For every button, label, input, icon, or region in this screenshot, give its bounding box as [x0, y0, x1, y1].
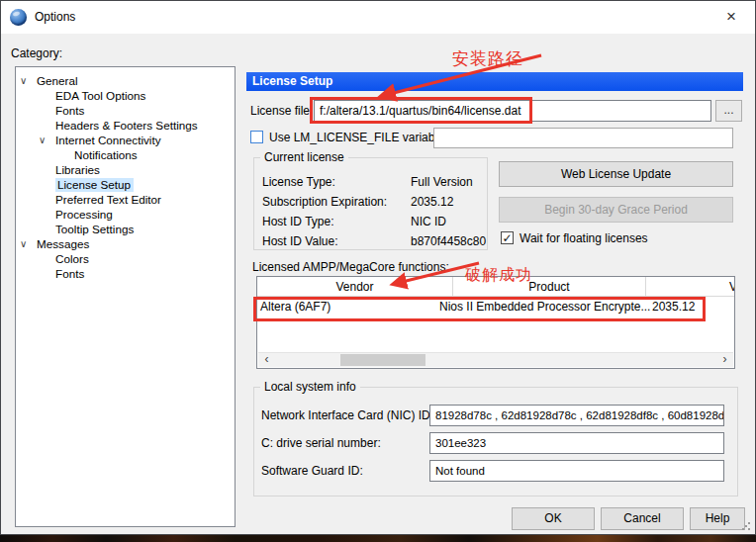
tree-item-general[interactable]: ∨General — [16, 73, 235, 88]
field-value-box[interactable]: Not found — [429, 460, 724, 482]
annotation-crack-success: 破解成功 — [465, 265, 532, 286]
category-label: Category: — [11, 46, 62, 60]
tree-item-tooltip-settings[interactable]: Tooltip Settings — [16, 222, 235, 236]
column-header-text: V — [729, 277, 734, 296]
lm-license-checkbox[interactable] — [250, 131, 263, 143]
field-label: Software Guard ID: — [261, 464, 429, 478]
field-label: Network Interface Card (NIC) ID: — [261, 408, 429, 422]
field-label: Host ID Type: — [262, 212, 411, 231]
current-license-row: License Type:Full Version — [254, 172, 487, 192]
ok-button[interactable]: OK — [512, 507, 595, 530]
quartus-app-icon — [10, 9, 27, 26]
tree-item-label: Fonts — [55, 267, 84, 280]
tree-item-messages[interactable]: ∨Messages — [16, 236, 235, 251]
local-info-row: C: drive serial number:301ee323 — [254, 429, 737, 457]
field-label: Host ID Value: — [262, 231, 411, 251]
tree-item-label: Headers & Footers Settings — [55, 119, 198, 132]
annotation-install-path: 安装路径 — [452, 47, 523, 70]
field-value: Full Version — [411, 172, 473, 192]
checkmark-icon: ✓ — [502, 231, 512, 245]
tree-item-processing[interactable]: Processing — [16, 207, 235, 222]
title-bar: Options × — [1, 1, 755, 34]
tree-item-label: Internet Connectivity — [55, 134, 161, 146]
tree-item-label: Libraries — [55, 163, 100, 176]
tree-item-label: Processing — [55, 208, 113, 221]
lm-license-label: Use LM_LICENSE_FILE variable: — [269, 131, 447, 144]
scrollbar-thumb[interactable] — [340, 354, 425, 366]
field-value: NIC ID — [411, 212, 446, 231]
horizontal-scrollbar[interactable]: ‹ › — [258, 352, 733, 367]
tree-item-libraries[interactable]: Libraries — [16, 162, 235, 177]
field-value: 2035.12 — [411, 192, 453, 212]
column-header-v[interactable]: V — [645, 277, 734, 296]
field-label: C: drive serial number: — [261, 436, 429, 450]
tree-item-license-setup[interactable]: License Setup — [16, 177, 235, 192]
current-license-row: Host ID Type:NIC ID — [254, 212, 487, 231]
grace-period-button: Begin 30-day Grace Period — [499, 197, 733, 223]
tree-item-notifications[interactable]: Notifications — [16, 147, 235, 162]
field-value-box[interactable]: 301ee323 — [429, 432, 724, 454]
tree-item-label: Messages — [37, 237, 89, 250]
tree-item-label: Fonts — [55, 104, 84, 117]
tree-item-internet-connectivity[interactable]: ∨Internet Connectivity — [16, 133, 235, 147]
cancel-button[interactable]: Cancel — [601, 507, 684, 530]
tree-item-label: License Setup — [55, 178, 134, 192]
functions-label: Licensed AMPP/MegaCore functions: — [252, 260, 449, 274]
help-button[interactable]: Help — [690, 507, 745, 530]
local-info-row: Network Interface Card (NIC) ID:81928d78… — [254, 402, 737, 429]
wait-floating-label: Wait for floating licenses — [520, 231, 648, 245]
tree-item-label: Tooltip Settings — [55, 223, 134, 235]
tree-item-fonts[interactable]: Fonts — [16, 103, 235, 118]
tree-item-label: Colors — [55, 252, 89, 265]
chevron-down-icon[interactable]: ∨ — [20, 236, 37, 251]
category-tree[interactable]: ∨GeneralEDA Tool OptionsFontsHeaders & F… — [15, 66, 236, 527]
current-license-row: Host ID Value:b870f4458c80 — [254, 231, 487, 251]
tree-item-headers-footers-settings[interactable]: Headers & Footers Settings — [16, 118, 235, 133]
page-title: License Setup — [246, 72, 743, 91]
annotation-box-license-row — [253, 297, 706, 321]
annotation-box-license-path — [310, 97, 532, 124]
field-label: License Type: — [262, 172, 411, 192]
desktop-wallpaper-strip — [0, 534, 756, 542]
current-license-row: Subscription Expiration:2035.12 — [254, 192, 487, 212]
field-label: Subscription Expiration: — [262, 192, 411, 212]
wait-floating-checkbox[interactable]: ✓ — [501, 231, 514, 244]
tree-item-fonts[interactable]: Fonts — [16, 266, 235, 281]
tree-item-eda-tool-options[interactable]: EDA Tool Options — [16, 88, 235, 103]
chevron-down-icon[interactable]: ∨ — [39, 133, 55, 147]
web-license-update-button[interactable]: Web License Update — [499, 161, 733, 187]
lm-license-input[interactable] — [433, 128, 733, 148]
tree-item-label: General — [37, 74, 78, 87]
local-system-info-rows: Network Interface Card (NIC) ID:81928d78… — [254, 388, 737, 485]
close-icon[interactable]: × — [719, 5, 743, 29]
options-dialog: Options × Category: ∨GeneralEDA Tool Opt… — [0, 0, 756, 535]
local-system-info-group: Local system info Network Interface Card… — [253, 387, 738, 497]
tree-item-label: EDA Tool Options — [55, 89, 145, 102]
current-license-rows: License Type:Full VersionSubscription Ex… — [254, 158, 487, 251]
functions-table[interactable]: VendorProductV Altera (6AF7)Nios II Embe… — [256, 276, 735, 369]
chevron-down-icon[interactable]: ∨ — [20, 73, 37, 88]
license-file-label: License file: — [250, 104, 313, 118]
tree-item-label: Preferred Text Editor — [55, 193, 161, 206]
tree-item-preferred-text-editor[interactable]: Preferred Text Editor — [16, 192, 235, 207]
local-info-row: Software Guard ID:Not found — [254, 457, 737, 485]
tree-item-colors[interactable]: Colors — [16, 251, 235, 266]
field-value-box[interactable]: 81928d78c , 62d81928d78c , 62d81928df8c … — [429, 405, 724, 426]
scroll-right-icon[interactable]: › — [716, 353, 733, 367]
scroll-left-icon[interactable]: ‹ — [258, 353, 275, 367]
browse-button[interactable]: ... — [715, 100, 742, 122]
window-title: Options — [35, 10, 75, 24]
current-license-group: Current license License Type:Full Versio… — [253, 157, 488, 250]
column-header-vendor[interactable]: Vendor — [257, 277, 452, 296]
resize-grip[interactable] — [741, 521, 751, 531]
current-license-title: Current license — [260, 150, 348, 164]
local-system-info-title: Local system info — [260, 380, 360, 394]
tree-item-label: Notifications — [74, 148, 138, 161]
field-value: b870f4458c80 — [411, 231, 486, 251]
